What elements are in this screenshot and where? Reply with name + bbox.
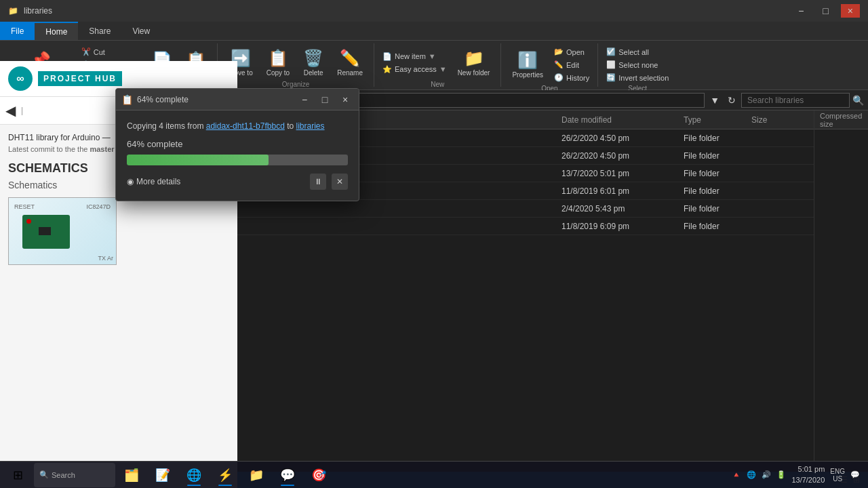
dialog-title-bar: 📋 64% complete − □ ×	[116, 89, 359, 110]
dialog-close-button[interactable]: ×	[337, 93, 353, 106]
new-item-button[interactable]: 📄 New item ▼	[380, 51, 450, 62]
system-tray: 🔺 🌐 🔊 🔋 5:01 pm 13/7/2020 ENG US 💬	[732, 464, 865, 485]
reset-button	[26, 219, 31, 224]
volume-icon[interactable]: 🔊	[762, 470, 771, 479]
project-hub-label: PROJECT HUB	[38, 71, 122, 86]
taskbar-skype[interactable]: 💬	[273, 463, 302, 487]
compressed-size-panel: Compressed size	[814, 110, 868, 472]
open-button[interactable]: 📂 Open	[551, 46, 592, 58]
select-all-button[interactable]: ☑️ Select all	[604, 46, 671, 58]
edit-button[interactable]: ✏️ Edit	[551, 59, 592, 70]
refresh-address-button[interactable]: ↻	[725, 94, 738, 107]
stop-button[interactable]: ✕	[332, 174, 348, 190]
notification-button[interactable]: 💬	[850, 470, 860, 479]
tab-share[interactable]: Share	[78, 22, 121, 40]
search-icon[interactable]: 🔍	[852, 95, 864, 106]
clock-date: 13/7/2020	[791, 475, 825, 485]
start-button[interactable]: ⊞	[3, 463, 33, 487]
dialog-copy-info: Copying 4 items from adidax-dht11-b7fbbc…	[127, 121, 348, 131]
circuit-diagram: IC8247D RESET TX Ar	[8, 197, 117, 265]
easy-access-button[interactable]: ⭐ Easy access ▼	[380, 64, 450, 75]
network-icon[interactable]: 🌐	[747, 470, 756, 479]
title-bar: 📁 libraries − □ ×	[0, 0, 868, 22]
battery-icon[interactable]: 🔋	[776, 470, 786, 479]
column-date-modified[interactable]: Date modified	[561, 115, 684, 125]
taskbar-clock[interactable]: 5:01 pm 13/7/2020	[791, 464, 825, 485]
delete-button[interactable]: 🗑️ Delete	[298, 46, 329, 79]
ic-chip	[39, 227, 51, 235]
ribbon-group-open: ℹ️ Properties 📂 Open ✏️ Edit �	[501, 43, 598, 87]
tab-view[interactable]: View	[121, 22, 161, 40]
cut-button[interactable]: ✂️ Cut	[79, 46, 144, 58]
system-tray-icons: 🔺	[732, 470, 741, 479]
ribbon-group-new: 📄 New item ▼ ⭐ Easy access ▼ 📁 New folde…	[374, 43, 501, 87]
dialog-title: 64% complete	[137, 95, 292, 104]
taskbar-folder[interactable]: 📁	[241, 463, 271, 487]
ribbon-tab-bar: File Home Share View	[0, 22, 868, 41]
language-indicator[interactable]: ENG US	[830, 468, 845, 483]
expand-icon: ◉	[127, 177, 134, 186]
tab-file[interactable]: File	[0, 22, 35, 40]
dialog-minimize-button[interactable]: −	[296, 93, 313, 106]
dialog-maximize-button[interactable]: □	[317, 93, 333, 106]
ribbon-group-select: ☑️ Select all ⬜ Select none 🔄 Invert sel…	[598, 43, 677, 87]
progress-bar-fill	[127, 155, 269, 165]
title-icon: 📁	[8, 6, 18, 16]
taskbar-app2[interactable]: 🎯	[304, 463, 334, 487]
arduino-logo: ∞	[8, 66, 33, 91]
dialog-body: Copying 4 items from adidax-dht11-b7fbbc…	[116, 110, 359, 201]
title-text: libraries	[24, 6, 786, 16]
copy-progress-dialog[interactable]: 📋 64% complete − □ × Copying 4 items fro…	[115, 88, 359, 201]
taskbar-file-explorer[interactable]: 🗂️	[117, 463, 146, 487]
taskbar-notepad[interactable]: 📝	[148, 463, 178, 487]
taskbar-search[interactable]: 🔍 Search	[34, 463, 115, 487]
progress-label: 64% complete	[127, 139, 348, 149]
invert-selection-button[interactable]: 🔄 Invert selection	[604, 72, 671, 83]
tab-home[interactable]: Home	[35, 22, 78, 40]
pause-button[interactable]: ⏸	[310, 174, 326, 190]
search-input[interactable]	[741, 93, 850, 108]
ribbon-group-organize: ➡️ Move to 📋 Copy to 🗑️ Delete ✏️ Rename	[218, 43, 374, 87]
arduino-board	[22, 215, 70, 249]
reset-label: RESET	[14, 203, 35, 210]
history-button[interactable]: 🕐 History	[551, 72, 592, 83]
address-dropdown-button[interactable]: ▼	[707, 94, 722, 107]
column-type[interactable]: Type	[684, 115, 751, 125]
select-none-button[interactable]: ⬜ Select none	[604, 59, 671, 70]
dialog-icon: 📋	[121, 94, 133, 105]
maximize-button[interactable]: □	[816, 4, 835, 18]
taskbar-app1[interactable]: ⚡	[210, 463, 240, 487]
rename-button[interactable]: ✏️ Rename	[332, 46, 368, 79]
more-details-button[interactable]: ◉ More details	[127, 177, 180, 186]
new-folder-button[interactable]: 📁 New folder	[452, 46, 496, 79]
compressed-size-header[interactable]: Compressed size	[814, 110, 868, 129]
progress-bar-background	[127, 155, 348, 165]
taskbar: ⊞ 🔍 Search 🗂️ 📝 🌐 ⚡ 📁 💬 🎯 🔺 🌐 🔊 🔋 5:01 p…	[0, 461, 868, 488]
properties-button[interactable]: ℹ️ Properties	[507, 48, 549, 81]
taskbar-chrome[interactable]: 🌐	[179, 463, 209, 487]
source-link[interactable]: adidax-dht11-b7fbbcd	[206, 121, 285, 131]
close-button[interactable]: ×	[841, 4, 860, 18]
clock-time: 5:01 pm	[791, 464, 825, 474]
prev-arrow-button[interactable]: ◀	[5, 102, 16, 119]
minimize-button[interactable]: −	[791, 4, 810, 18]
column-size[interactable]: Size	[751, 115, 806, 125]
dialog-controls: ◉ More details ⏸ ✕	[127, 174, 348, 190]
dest-link[interactable]: libraries	[296, 121, 325, 131]
ic-label: IC8247D	[86, 203, 111, 210]
copy-to-button[interactable]: 📋 Copy to	[261, 46, 295, 79]
tx-label: TX Ar	[98, 255, 113, 262]
